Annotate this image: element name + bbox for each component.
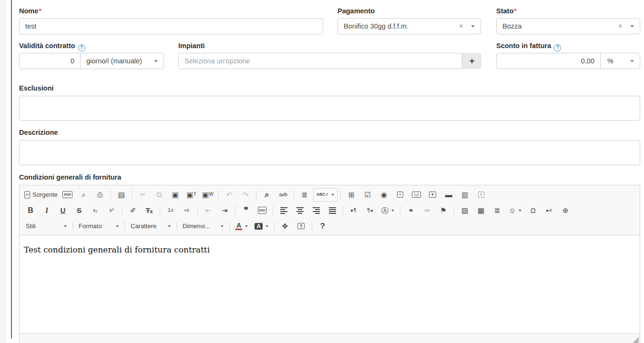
- pagamento-chevron-down-icon[interactable]: [471, 25, 475, 28]
- spellcheck-icon: ABC✓: [317, 192, 329, 197]
- sconto-value: 0,00: [581, 57, 594, 65]
- descrizione-textarea[interactable]: [19, 140, 640, 165]
- increase-indent-button[interactable]: ⇥: [217, 204, 232, 217]
- link-button[interactable]: ⚭: [403, 204, 419, 217]
- page-break-button[interactable]: ▸≡: [542, 204, 557, 217]
- richtext-editor: ‹›SorgentePDF⌕⎙▤✂⧉▣▣ᵀ▣ᵂ↶↷⌕a⇄b≣ABC✓⊞☑◉II◿…: [19, 185, 640, 343]
- paste-word-button[interactable]: ▣ᵂ: [200, 189, 215, 201]
- pagamento-select[interactable]: Bonifico 30gg d.f.f.m. ×: [337, 18, 481, 34]
- impianti-select[interactable]: Seleziona un'opzione: [178, 53, 462, 69]
- select-all-button[interactable]: ≣: [297, 189, 312, 201]
- impianti-add-button[interactable]: +: [462, 53, 481, 69]
- remove-format-button[interactable]: Tₓ: [142, 204, 157, 217]
- text-field-button[interactable]: I: [392, 189, 408, 201]
- format-combo[interactable]: Formato: [76, 220, 122, 232]
- toolbar-separator: [312, 222, 312, 231]
- form-button[interactable]: ⊞: [344, 189, 359, 201]
- bg-color-combo[interactable]: A: [252, 220, 271, 232]
- condizioni-label: Condizioni generali di fornitura: [19, 173, 121, 181]
- sconto-help-icon[interactable]: ?: [554, 44, 561, 51]
- anchor-button[interactable]: ⚑: [436, 204, 451, 217]
- sconto-unit-chevron-down-icon[interactable]: [630, 60, 634, 62]
- show-blocks-button[interactable]: ¶: [294, 220, 309, 232]
- pagamento-clear-icon[interactable]: ×: [459, 22, 463, 30]
- editor-resize-handle-icon[interactable]: [633, 337, 639, 343]
- paste-button[interactable]: ▣: [168, 189, 183, 201]
- replace-button[interactable]: a⇄b: [276, 189, 291, 201]
- text-color-combo-chevron-down-icon: [245, 225, 248, 227]
- align-justify-button[interactable]: [325, 204, 340, 217]
- sconto-unit-select[interactable]: %: [601, 53, 640, 69]
- paste-text-button[interactable]: ▣ᵀ: [184, 189, 199, 201]
- image-button-button[interactable]: ▥: [457, 189, 472, 201]
- italic-button[interactable]: I: [39, 204, 54, 217]
- impianti-placeholder: Seleziona un'opzione: [179, 57, 462, 65]
- smiley-combo[interactable]: ☺: [506, 204, 524, 217]
- toolbar-separator: [122, 206, 123, 215]
- bold-button[interactable]: B: [23, 204, 38, 217]
- table-button[interactable]: ▦: [473, 204, 489, 217]
- maximize-button[interactable]: ✥: [277, 220, 293, 232]
- nome-input[interactable]: [19, 18, 323, 34]
- styles-combo[interactable]: Stili: [23, 220, 70, 232]
- toolbar-separator: [454, 206, 454, 215]
- align-left-button[interactable]: [276, 204, 291, 217]
- toolbar-separator: [235, 206, 235, 215]
- about-button[interactable]: ?: [315, 220, 330, 232]
- stato-select[interactable]: Bozza ×: [496, 18, 640, 34]
- print-button[interactable]: ⎙: [92, 189, 108, 201]
- language-combo-chevron-down-icon: [391, 210, 394, 212]
- superscript-button[interactable]: x²: [104, 204, 119, 217]
- export-pdf-button[interactable]: PDF: [60, 189, 75, 201]
- find-button[interactable]: ⌕: [259, 189, 275, 201]
- unlink-icon: ⚮: [424, 207, 430, 214]
- descrizione-label-text: Descrizione: [19, 129, 58, 136]
- stato-chevron-down-icon[interactable]: [630, 25, 634, 28]
- numbered-list-button[interactable]: 1≡: [163, 204, 178, 217]
- blockquote-button[interactable]: ❞: [238, 204, 254, 217]
- validita-value-input[interactable]: 0: [19, 53, 81, 69]
- cut-button: ✂: [135, 189, 151, 201]
- toolbar-row: StiliFormatoCarattereDimensi...AA✥¶?: [22, 218, 637, 234]
- font-combo[interactable]: Carattere: [128, 220, 174, 232]
- checkbox-button[interactable]: ☑: [360, 189, 375, 201]
- text-color-combo[interactable]: A: [233, 220, 251, 232]
- sconto-value-input[interactable]: 0,00: [497, 53, 600, 69]
- validita-value: 0: [20, 57, 80, 65]
- bidi-rtl-button[interactable]: ¶◂: [362, 204, 378, 217]
- spellcheck-combo[interactable]: ABC✓: [313, 188, 338, 202]
- image-button[interactable]: ▨: [457, 204, 472, 217]
- radio-button[interactable]: ◉: [376, 189, 391, 201]
- hidden-field-button[interactable]: I: [473, 189, 489, 201]
- create-div-button[interactable]: DIV: [255, 204, 270, 217]
- strikethrough-button[interactable]: S: [72, 204, 87, 217]
- validita-unit-chevron-down-icon[interactable]: [154, 60, 158, 62]
- copy-formatting-button[interactable]: ✐: [125, 204, 141, 217]
- validita-help-icon[interactable]: ?: [78, 44, 85, 51]
- horizontal-rule-button[interactable]: ≣: [490, 204, 505, 217]
- bidi-ltr-button[interactable]: ▸¶: [346, 204, 361, 217]
- iframe-button[interactable]: ⊕: [558, 204, 573, 217]
- copy-icon: ⧉: [156, 191, 162, 198]
- button-field-button[interactable]: ▬: [441, 189, 456, 201]
- subscript-button[interactable]: x₂: [88, 204, 103, 217]
- nome-label: Nome*: [19, 7, 41, 15]
- language-combo[interactable]: Ⓐ: [378, 204, 397, 217]
- editor-content-area[interactable]: Test condizioni generali di fornitura co…: [20, 235, 640, 333]
- align-center-button[interactable]: [292, 204, 307, 217]
- templates-button[interactable]: ▤: [114, 189, 129, 201]
- toolbar-separator: [256, 190, 256, 199]
- align-right-button[interactable]: [308, 204, 324, 217]
- esclusioni-textarea[interactable]: [19, 96, 640, 121]
- textarea-button[interactable]: I◿: [409, 189, 424, 201]
- bulleted-list-button[interactable]: •≡: [179, 204, 194, 217]
- special-char-button[interactable]: Ω: [525, 204, 541, 217]
- validita-unit-select[interactable]: giorno/i (manuale): [80, 53, 164, 69]
- source-button[interactable]: ‹›Sorgente: [23, 189, 59, 201]
- toolbar-separator: [340, 190, 341, 199]
- underline-button[interactable]: U: [55, 204, 71, 217]
- stato-clear-icon[interactable]: ×: [618, 22, 623, 30]
- font-size-combo[interactable]: Dimensi...: [180, 220, 226, 232]
- select-field-button[interactable]: ▾: [425, 189, 440, 201]
- preview-button[interactable]: ⌕: [76, 189, 92, 201]
